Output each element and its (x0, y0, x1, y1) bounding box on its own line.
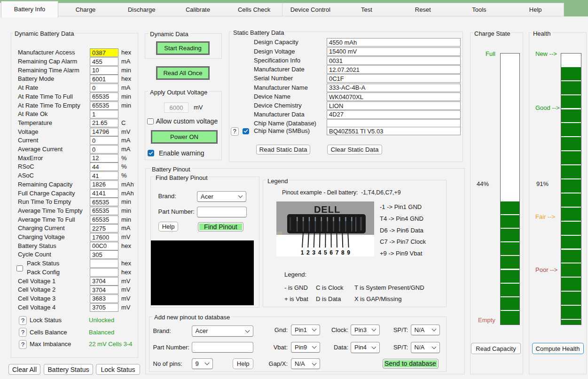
svg-text:3: 3 (312, 249, 315, 256)
svg-text:DELL: DELL (314, 204, 340, 215)
svg-text:7: 7 (336, 249, 339, 256)
svg-text:2: 2 (306, 249, 310, 256)
svg-text:6: 6 (329, 249, 333, 256)
svg-text:1: 1 (301, 249, 304, 256)
svg-text:5: 5 (324, 249, 327, 256)
svg-text:9: 9 (347, 249, 350, 256)
svg-text:4: 4 (318, 249, 321, 256)
svg-text:8: 8 (341, 249, 345, 256)
